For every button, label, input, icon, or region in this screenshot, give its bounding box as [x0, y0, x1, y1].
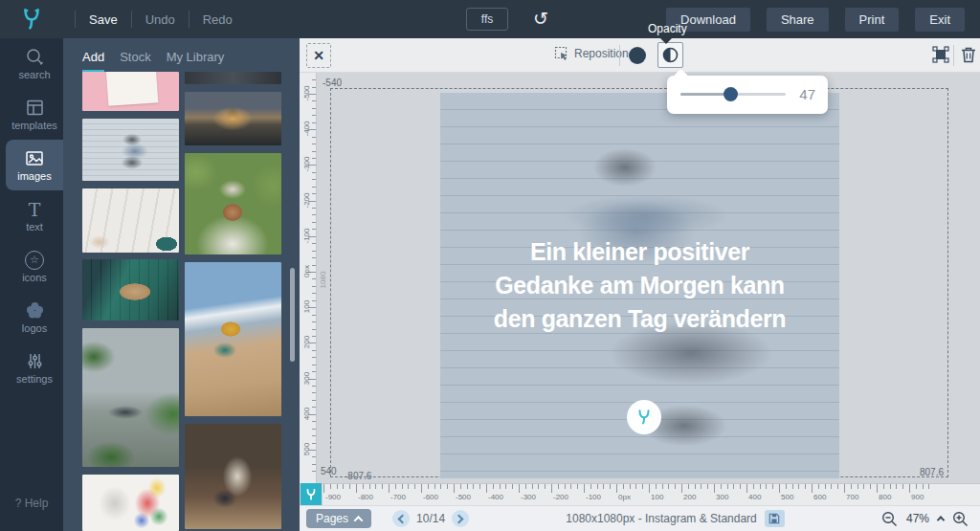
reposition-button[interactable]: Reposition: [554, 46, 629, 61]
ruler-tick: [312, 257, 316, 258]
design-title-input[interactable]: ffs: [466, 8, 508, 31]
templates-icon: [25, 98, 45, 118]
ruler-tick: [312, 122, 316, 123]
trash-icon[interactable]: [958, 44, 979, 65]
zoom-level[interactable]: 47%: [906, 512, 929, 525]
ruler-tick: [312, 172, 316, 173]
help-link[interactable]: ? Help: [0, 497, 63, 510]
history-icon[interactable]: ↺: [528, 7, 553, 32]
thumbnail-pink-flatlay[interactable]: [82, 72, 179, 111]
ruler-tick: [312, 371, 316, 372]
ruler-tick: [688, 484, 689, 489]
ruler-tick: [896, 484, 897, 489]
share-button[interactable]: Share: [767, 8, 829, 32]
ruler-tick: [577, 484, 578, 489]
thumbnail-brain-illustration[interactable]: [82, 475, 179, 531]
text-icon: T: [29, 200, 41, 219]
tab-stock[interactable]: Stock: [120, 50, 151, 73]
quote-text-line[interactable]: den ganzen Tag verändern: [494, 301, 786, 337]
ruler-tick: [870, 484, 871, 489]
exit-button[interactable]: Exit: [915, 8, 965, 32]
sidebar-item-images[interactable]: images: [6, 140, 63, 190]
ruler-tick: [733, 484, 734, 489]
settings-sliders-icon: [25, 351, 45, 371]
tab-add[interactable]: Add: [82, 50, 104, 73]
thumbnail-yoga-class[interactable]: [82, 328, 179, 467]
thumbnail-woman-jumping[interactable]: [82, 119, 179, 181]
thumbnail-hiker-on-mountain[interactable]: [185, 262, 281, 416]
ruler-tick: [312, 79, 316, 80]
save-size-icon[interactable]: [765, 510, 785, 527]
pages-button[interactable]: Pages: [306, 509, 371, 528]
ruler-label: 100: [302, 293, 311, 321]
ruler-label: -600: [423, 493, 456, 501]
ruler-label: -300: [521, 493, 553, 501]
ruler-label: -500: [302, 79, 311, 108]
ruler-tick: [727, 484, 728, 489]
ruler-tick: [312, 286, 316, 287]
sidebar-item-logos[interactable]: logos: [6, 292, 63, 343]
ruler-tick: [844, 484, 845, 493]
opacity-popup: 47: [667, 76, 828, 114]
thumbnail-man-holding-burger[interactable]: [185, 153, 281, 254]
ruler-tick: [584, 484, 585, 493]
ruler-corner-logo: [301, 483, 322, 505]
quote-text-line[interactable]: Ein kleiner positiver: [530, 234, 749, 270]
thumbnail-skateboarder[interactable]: [185, 424, 281, 529]
sidebar-item-text[interactable]: T text: [6, 190, 63, 241]
images-panel: Add Stock My Library: [63, 38, 300, 531]
canvas-page-photo[interactable]: Ein kleiner positiver Gedanke am Morgen …: [440, 93, 839, 478]
deselect-icon[interactable]: ✕: [306, 43, 331, 68]
redo-button[interactable]: Redo: [203, 12, 233, 27]
thumbnail-art: [106, 72, 159, 106]
sidebar-item-label: text: [26, 221, 43, 232]
opacity-slider[interactable]: [680, 93, 786, 96]
panel-scrollbar[interactable]: [290, 268, 295, 362]
thumbnail-desk-flatlay[interactable]: [82, 188, 179, 253]
chevron-up-icon[interactable]: [937, 516, 945, 523]
ruler-tick: [779, 484, 780, 493]
ruler-tick: [851, 484, 852, 489]
save-button[interactable]: Save: [89, 12, 118, 27]
sidebar-item-templates[interactable]: templates: [6, 89, 63, 140]
prev-page-button[interactable]: [392, 510, 410, 527]
sidebar-item-icons[interactable]: ☆ icons: [6, 241, 63, 292]
ruler-tick: [863, 484, 864, 489]
quote-text-line[interactable]: Gedanke am Morgen kann: [495, 268, 784, 303]
ruler-tick: [649, 484, 650, 493]
next-page-button[interactable]: [452, 510, 469, 527]
canvas-size-info: 1080x1080px - Instagram & Standard: [566, 512, 756, 525]
ruler-tick: [630, 484, 631, 489]
thumbnail-cutting-mat[interactable]: [82, 259, 179, 321]
undo-button[interactable]: Undo: [145, 12, 175, 27]
page-indicator: 10/14: [416, 512, 445, 525]
opacity-icon[interactable]: [657, 42, 683, 68]
tab-my-library[interactable]: My Library: [167, 50, 225, 73]
ruler-label: 800: [879, 493, 911, 501]
ruler-tick: [312, 443, 316, 444]
ruler-tick: [343, 484, 344, 489]
designbold-logo-icon[interactable]: [19, 7, 44, 32]
thumbnail-dark-clouds[interactable]: [185, 72, 281, 84]
ruler-tick: [421, 484, 422, 493]
ruler-tick: [312, 144, 316, 144]
fill-color-icon[interactable]: [629, 47, 646, 64]
ruler-tick: [923, 484, 924, 489]
ruler-tick: [635, 484, 636, 489]
sidebar-item-settings[interactable]: settings: [6, 343, 63, 393]
thumbnail-church-lake-reflection[interactable]: [185, 92, 281, 145]
ruler-tick: [565, 484, 566, 489]
ruler-label: 700: [846, 493, 879, 501]
transform-icon[interactable]: [930, 44, 951, 65]
ruler-tick: [312, 151, 316, 152]
ruler-tick: [312, 251, 316, 252]
zoom-out-icon[interactable]: [881, 511, 898, 527]
star-circle-icon: ☆: [25, 251, 44, 270]
zoom-in-icon[interactable]: [952, 511, 969, 527]
sidebar-item-search[interactable]: search: [6, 38, 63, 89]
ruler-tick: [312, 137, 316, 138]
slider-handle[interactable]: [724, 87, 738, 101]
ruler-tick: [363, 484, 364, 489]
print-button[interactable]: Print: [845, 8, 900, 32]
ruler-tick: [312, 187, 316, 188]
